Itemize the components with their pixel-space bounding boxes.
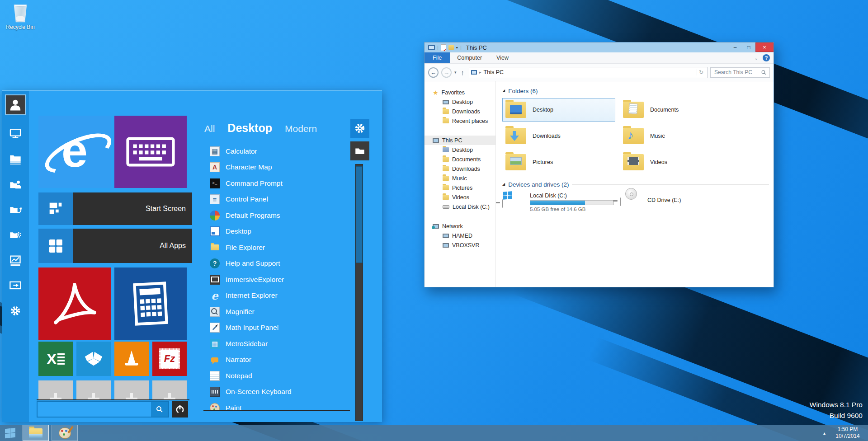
nav-favorites[interactable]: ★Favorites (425, 88, 495, 97)
title-bar[interactable]: | ▾ | This PC – □ × (425, 42, 774, 52)
power-button[interactable] (172, 401, 188, 418)
taskbar-clock[interactable]: 1:50 PM 10/7/2014 (832, 426, 863, 440)
address-bar[interactable]: ▸ This PC ↻ (469, 67, 708, 78)
maximize-button[interactable]: □ (742, 42, 755, 52)
app-list-scrollbar[interactable] (355, 164, 363, 421)
settings-folder-button[interactable] (9, 228, 22, 242)
help-button[interactable]: ? (763, 54, 770, 61)
app-item-metrosidebar[interactable]: ▦MetroSidebar (203, 336, 350, 352)
folder-tile-videos[interactable]: Videos (620, 150, 733, 174)
breadcrumb-arrow-icon[interactable]: ▸ (479, 70, 481, 75)
app-item-magnifier[interactable]: Magnifier (203, 304, 350, 320)
qat-dropdown-icon[interactable]: ▾ (456, 46, 458, 50)
app-item-default-programs[interactable]: Default Programs (203, 207, 350, 224)
start-button[interactable] (0, 425, 20, 441)
collapse-group-icon[interactable]: ◢ (502, 89, 505, 93)
show-hidden-icons[interactable]: ▴ (823, 431, 826, 436)
folder-tile-downloads[interactable]: Downloads (502, 124, 615, 148)
app-item-calculator[interactable]: ▦Calculator (203, 143, 350, 160)
tab-view[interactable]: View (489, 52, 516, 63)
user-files-button[interactable] (9, 178, 22, 191)
app-item-desktop[interactable]: Desktop (203, 224, 350, 240)
menu-folder-button[interactable] (350, 141, 369, 160)
new-folder-icon[interactable] (448, 45, 454, 50)
nav-net-hamed[interactable]: HAMED (425, 231, 495, 240)
tile-dropbox[interactable] (76, 342, 111, 376)
tile-placeholder[interactable] (38, 380, 73, 399)
app-item-onscreen-keyboard[interactable]: On-Screen Keyboard (203, 384, 350, 400)
documents-button[interactable] (9, 152, 22, 166)
app-item-command-prompt[interactable]: >_Command Prompt (203, 175, 350, 192)
nav-fav-desktop[interactable]: Desktop (425, 97, 495, 107)
collapse-group-icon[interactable]: ◢ (502, 182, 505, 186)
tile-placeholder[interactable] (152, 380, 187, 399)
nav-pc-videos[interactable]: Videos (425, 192, 495, 202)
app-item-immersive-explorer[interactable]: ImmersiveExplorer (203, 272, 350, 288)
tile-filezilla[interactable]: Fz (152, 342, 187, 376)
search-box[interactable] (710, 67, 770, 78)
tile-start-screen[interactable]: Start Screen (38, 192, 192, 225)
nav-pc-music[interactable]: Music (425, 174, 495, 183)
properties-icon[interactable] (441, 44, 446, 51)
devices-group-header[interactable]: ◢ Devices and drives (2) (502, 181, 769, 188)
nav-pc-pictures[interactable]: Pictures (425, 183, 495, 192)
nav-net-vboxsvr[interactable]: VBOXSVR (425, 240, 495, 250)
run-button[interactable] (9, 279, 22, 292)
nav-network[interactable]: Network (425, 221, 495, 231)
pictures-button[interactable] (9, 253, 22, 267)
recycle-bin-desktop-icon[interactable]: Recycle Bin (3, 4, 38, 30)
folder-tile-documents[interactable]: Documents (620, 98, 733, 122)
nav-fav-recent[interactable]: Recent places (425, 116, 495, 126)
filter-desktop[interactable]: Desktop (227, 122, 272, 135)
recent-items-button[interactable] (9, 203, 22, 216)
app-item-narrator[interactable]: Narrator (203, 352, 350, 368)
filter-all[interactable]: All (204, 123, 215, 134)
tile-all-apps[interactable]: All Apps (38, 229, 192, 263)
tile-internet-explorer[interactable]: e (38, 116, 111, 188)
tab-file[interactable]: File (425, 52, 450, 63)
back-button[interactable]: ← (428, 67, 439, 78)
nav-pc-documents[interactable]: Documents (425, 155, 495, 164)
app-item-file-explorer[interactable]: File Explorer (203, 239, 350, 256)
breadcrumb[interactable]: This PC (484, 69, 504, 75)
filter-modern[interactable]: Modern (285, 123, 317, 134)
folder-tile-pictures[interactable]: Pictures (502, 150, 615, 174)
app-item-math-input[interactable]: Math Input Panel (203, 320, 350, 336)
folder-tile-desktop[interactable]: Desktop (502, 98, 615, 122)
app-item-internet-explorer[interactable]: eInternet Explorer (203, 288, 350, 304)
app-item-paint[interactable]: Paint (203, 400, 350, 411)
nav-fav-downloads[interactable]: Downloads (425, 107, 495, 116)
collapse-ribbon-icon[interactable]: ⌄ (755, 56, 758, 61)
forward-button[interactable]: → (441, 67, 452, 78)
up-button[interactable]: ↑ (461, 69, 465, 76)
computer-button[interactable] (9, 127, 22, 141)
nav-pc-downloads[interactable]: Downloads (425, 164, 495, 174)
tile-placeholder[interactable] (114, 380, 149, 399)
history-dropdown-icon[interactable]: ▾ (454, 70, 457, 75)
scrollbar-thumb[interactable] (356, 166, 363, 263)
user-avatar[interactable] (5, 94, 26, 115)
tile-adobe-reader[interactable] (38, 267, 111, 340)
drive-tile-cd[interactable]: CD Drive (E:) (620, 192, 737, 212)
drive-tile-local-disk[interactable]: Local Disk (C:) 5.05 GB free of 14.6 GB (502, 192, 620, 212)
app-item-control-panel[interactable]: ≡Control Panel (203, 192, 350, 208)
taskbar-paint[interactable] (52, 425, 78, 441)
start-search-input[interactable] (38, 402, 151, 417)
folders-group-header[interactable]: ◢ Folders (6) (502, 88, 769, 94)
nav-pc-desktop[interactable]: Desktop (425, 145, 495, 155)
minimize-button[interactable]: – (728, 42, 742, 52)
settings-gear-button[interactable] (9, 304, 22, 318)
start-search-button[interactable] (151, 402, 168, 417)
nav-pc-local-disk[interactable]: Local Disk (C:) (425, 202, 495, 211)
search-input[interactable] (713, 69, 761, 76)
tile-calculator-app[interactable] (114, 267, 187, 340)
menu-settings-button[interactable] (350, 119, 369, 138)
refresh-icon[interactable]: ↻ (697, 69, 705, 75)
tile-placeholder[interactable] (76, 380, 111, 399)
taskbar-file-explorer[interactable] (23, 425, 49, 441)
app-item-notepad[interactable]: Notepad (203, 368, 350, 384)
app-item-character-map[interactable]: ACharacter Map (203, 160, 350, 176)
tab-computer[interactable]: Computer (450, 52, 489, 63)
folder-tile-music[interactable]: ♪Music (620, 124, 733, 148)
tile-excel[interactable]: X (38, 342, 73, 376)
